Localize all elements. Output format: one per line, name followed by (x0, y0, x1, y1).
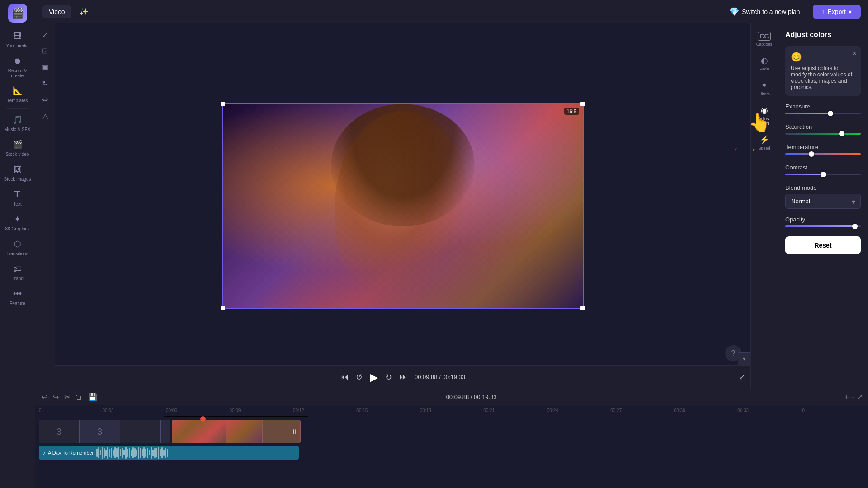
undo-button[interactable]: ↩ (41, 392, 48, 402)
tooltip-close-button[interactable]: ✕ (852, 50, 857, 57)
fade-tool[interactable]: ◐ Fade (751, 53, 778, 74)
video-clip[interactable]: ⏸ (172, 420, 301, 443)
sidebar-item-templates[interactable]: 📐 Templates (0, 82, 35, 107)
exposure-control: Exposure (785, 103, 861, 116)
video-image (223, 104, 583, 308)
saturation-thumb[interactable] (839, 131, 844, 136)
skip-forward-button[interactable]: ⏭ (399, 372, 407, 382)
ruler-mark: 00:21 (483, 408, 547, 413)
opacity-thumb[interactable] (852, 224, 858, 229)
rewind-button[interactable]: ↺ (356, 372, 363, 382)
opacity-control: Opacity (785, 216, 861, 229)
adjust-colors-panel: Adjust colors 😊 Use adjust colors to mod… (778, 23, 868, 389)
contrast-control: Contrast (785, 164, 861, 177)
stock-video-icon: 🎬 (12, 139, 23, 150)
sidebar-item-label: Brand (11, 276, 24, 281)
ruler-mark: 0 (39, 408, 102, 413)
timeline-playhead[interactable] (203, 416, 203, 488)
temperature-thumb[interactable] (809, 151, 814, 157)
export-icon: ↑ (822, 8, 825, 15)
clip-thumb-2 (199, 420, 226, 443)
cut-button[interactable]: ✂ (63, 392, 71, 402)
music-icon: 🎵 (12, 114, 23, 125)
main-area: Video ✨ 💎 Switch to a new plan ↑ Export … (35, 0, 868, 488)
export-button[interactable]: ↑ Export ▾ (813, 5, 861, 19)
ruler-mark: 00:06 (166, 408, 229, 413)
video-track-row: 3 3 Slow motion from 60fps portrait of m… (39, 420, 864, 443)
speed-tool[interactable]: ⚡ Speed (751, 132, 778, 153)
timeline-ruler: 0 00:03 00:06 00:09 00:12 00:15 00:18 00… (35, 405, 868, 416)
exposure-slider[interactable] (785, 113, 861, 114)
sidebar-divider (7, 108, 28, 109)
sidebar-item-text[interactable]: T Text (0, 185, 35, 210)
fit-button[interactable]: ⤢ (857, 393, 863, 401)
clip-thumb-3 (226, 420, 263, 443)
reset-button[interactable]: Reset (785, 236, 861, 254)
canvas-and-right: ⤢ ⊡ ▣ ↻ ⇔ △ (35, 23, 868, 389)
switch-plan-button[interactable]: 💎 Switch to a new plan (722, 3, 807, 20)
resize-tool[interactable]: ⊡ (38, 43, 52, 58)
resize-handle-tr[interactable] (580, 102, 585, 106)
sidebar-item-music[interactable]: 🎵 Music & SFX (0, 111, 35, 136)
tab-magic-icon[interactable]: ✨ (77, 5, 91, 19)
mirror-tool[interactable]: ⇔ (38, 92, 52, 107)
opacity-fill (785, 225, 855, 227)
sidebar: 🎬 🎞 Your media ⏺ Record &create 📐 Templa… (0, 0, 35, 488)
rotate-tool[interactable]: ↻ (38, 76, 52, 90)
sidebar-item-label: Templates (7, 98, 28, 103)
saturation-slider[interactable] (785, 133, 861, 135)
sidebar-item-stock-images[interactable]: 🖼 Stock images (0, 160, 35, 185)
play-button[interactable]: ▶ (370, 371, 378, 384)
video-frame: 16:9 (222, 103, 584, 309)
export-chevron-icon: ▾ (849, 8, 852, 15)
sidebar-item-label: 88 Graphics (5, 226, 30, 231)
tab-video[interactable]: Video (42, 5, 71, 18)
opacity-label: Opacity (785, 216, 861, 223)
opacity-slider[interactable] (785, 225, 861, 227)
adjust-colors-tool[interactable]: ◉ Adjust colors (751, 103, 778, 128)
fullscreen-button[interactable]: ⤢ (739, 373, 745, 381)
skip-back-button[interactable]: ⏮ (340, 372, 349, 382)
flip-tool[interactable]: △ (38, 108, 52, 123)
contrast-thumb[interactable] (821, 172, 826, 177)
audio-waveform (96, 446, 295, 460)
zoom-in-button[interactable]: + (844, 393, 849, 401)
redo-button[interactable]: ↪ (52, 392, 60, 402)
audio-track[interactable]: ♪ A Day To Remember (39, 446, 299, 460)
resize-handle-bl[interactable] (221, 306, 225, 310)
delete-button[interactable]: 🗑 (75, 392, 84, 402)
captions-tool[interactable]: CC Captions (751, 29, 778, 49)
exposure-label: Exposure (785, 103, 861, 110)
pip-tool[interactable]: ▣ (38, 60, 52, 74)
fast-forward-button[interactable]: ↻ (385, 372, 392, 382)
sidebar-item-graphics[interactable]: ✦ 88 Graphics (0, 210, 35, 235)
video-canvas-area: 16:9 ? ▾ ⏮ ↺ ▶ ↻ ⏭ 00:09.88 / 00:19.33 ⤢ (55, 23, 750, 389)
sidebar-item-stock-video[interactable]: 🎬 Stock video (0, 136, 35, 160)
sidebar-item-your-media[interactable]: 🎞 Your media (0, 27, 35, 52)
sidebar-item-record-create[interactable]: ⏺ Record &create (0, 52, 35, 82)
crop-tool[interactable]: ⤢ (38, 27, 52, 42)
graphics-icon: ✦ (12, 214, 23, 225)
contrast-slider[interactable] (785, 174, 861, 175)
resize-handle-tl[interactable] (221, 102, 225, 106)
ruler-mark: :0 (801, 408, 864, 413)
blend-mode-select[interactable]: Normal Multiply Screen Overlay Darken Li… (785, 194, 861, 209)
playhead-handle[interactable] (200, 416, 206, 422)
tooltip-text: Use adjust colors to modify the color va… (791, 65, 852, 90)
exposure-thumb[interactable] (828, 111, 833, 116)
timeline-area: ↩ ↪ ✂ 🗑 💾 00:09.88 / 00:19.33 + − ⤢ 0 00… (35, 389, 868, 488)
zoom-out-button[interactable]: − (851, 393, 855, 401)
temperature-slider[interactable] (785, 153, 861, 155)
speed-icon: ⚡ (760, 135, 769, 145)
time-display: 00:09.88 / 00:19.33 (415, 374, 465, 380)
save-button[interactable]: 💾 (87, 392, 98, 402)
filters-tool[interactable]: ✦ Filters (751, 78, 778, 99)
sidebar-item-transitions[interactable]: ⬡ Transitions (0, 235, 35, 260)
collapse-timeline-button[interactable]: ▾ (738, 352, 750, 365)
ruler-mark: 00:24 (547, 408, 610, 413)
resize-handle-br[interactable] (580, 306, 585, 310)
transitions-icon: ⬡ (12, 239, 23, 249)
sidebar-item-label: Stock video (6, 152, 29, 157)
sidebar-item-brand[interactable]: 🏷 Brand (0, 260, 35, 285)
sidebar-item-feature[interactable]: ••• Feature (0, 285, 35, 310)
